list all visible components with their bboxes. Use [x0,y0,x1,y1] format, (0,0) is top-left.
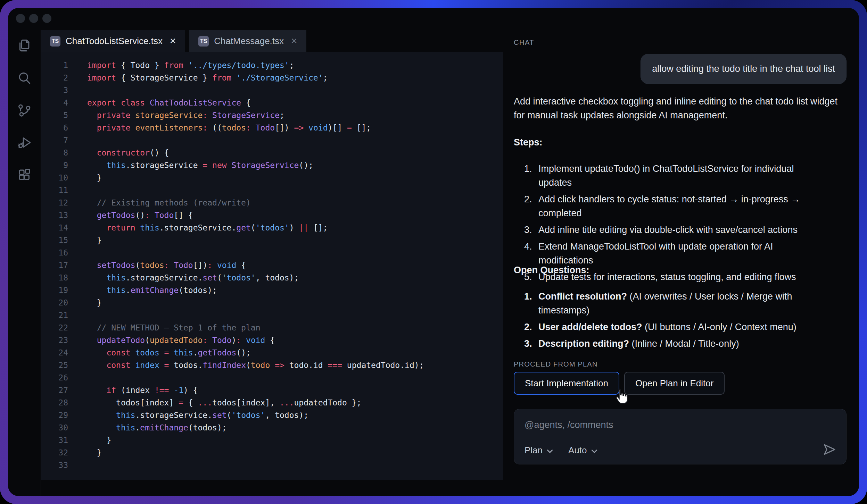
code-line: 25 const index = todos.findIndex(todo =>… [41,359,503,371]
source-control-icon[interactable] [17,103,32,118]
line-number: 27 [41,384,68,396]
close-icon[interactable]: ✕ [291,36,297,46]
line-number: 30 [41,421,68,434]
step-item: 2.Add click handlers to cycle status: no… [524,192,823,220]
search-icon[interactable] [17,70,32,86]
proceed-from-plan-label: PROCEED FROM PLAN [514,360,598,368]
line-number: 25 [41,359,68,371]
composer-placeholder: @agents, /comments [525,420,613,430]
start-implementation-button[interactable]: Start Implementation [514,372,619,395]
mode-dropdown[interactable]: Plan [525,445,553,456]
code-line: 22 // NEW METHOD — Step 1 of the plan [41,321,503,334]
line-number: 18 [41,271,68,284]
line-number: 29 [41,409,68,421]
line-number: 26 [41,371,68,384]
traffic-light-minimize[interactable] [29,14,38,23]
code-line: 24 const todos = this.getTodos(); [41,346,503,359]
line-number: 13 [41,209,68,221]
open-question-item: 2.User add/delete todos? (UI buttons / A… [524,320,823,334]
code-line: 17 setTodos(todos: Todo[]): void { [41,259,503,271]
files-icon[interactable] [17,38,32,53]
code-line: 18 this.storageService.set('todos', todo… [41,271,503,284]
code-line: 33 [41,459,503,471]
open-plan-in-editor-button[interactable]: Open Plan in Editor [624,372,725,395]
code-line: 21 [41,309,503,321]
line-number: 28 [41,396,68,409]
line-number: 32 [41,446,68,459]
line-number: 20 [41,296,68,309]
assistant-intro: Add interactive checkbox toggling and in… [514,94,840,122]
plan-action-buttons: Start Implementation Open Plan in Editor [514,372,725,395]
code-line: 32 } [41,446,503,459]
code-line: 20 } [41,296,503,309]
code-line: 8 constructor() { [41,146,503,159]
line-number: 21 [41,309,68,321]
chat-panel-title: CHAT [514,39,534,47]
line-number: 23 [41,334,68,346]
open-question-item: 1.Conflict resolution? (AI overwrites / … [524,289,823,317]
send-icon[interactable] [823,443,836,456]
model-dropdown-label: Auto [568,445,587,456]
line-number: 15 [41,234,68,246]
activity-bar [8,30,41,496]
code-line: 4export class ChatTodoListService { [41,96,503,109]
step-item: 1.Implement updateTodo() in ChatTodoList… [524,162,823,190]
composer-controls: Plan Auto [525,445,597,456]
code-line: 29 this.storageService.set('todos', todo… [41,409,503,421]
code-line: 6 private eventListeners: ((todos: Todo[… [41,121,503,134]
line-number: 24 [41,346,68,359]
window-frame: TSChatTodoListService.tsx✕TSChatMessage.… [0,0,867,504]
chat-panel: CHAT allow editing the todo title in the… [503,30,859,496]
mode-dropdown-label: Plan [525,445,543,456]
code-line: 7 [41,134,503,146]
code-line: 2import { StorageService } from './Stora… [41,72,503,84]
traffic-light-close[interactable] [16,14,25,23]
code-line: 3 [41,84,503,96]
code-line: 19 this.emitChange(todos); [41,284,503,296]
line-number: 6 [41,121,68,134]
line-number: 9 [41,159,68,171]
tab-ChatTodoListService.tsx[interactable]: TSChatTodoListService.tsx✕ [41,30,185,52]
line-number: 3 [41,84,68,96]
titlebar [8,8,859,30]
line-number: 8 [41,146,68,159]
steps-title: Steps: [514,137,543,148]
traffic-light-zoom[interactable] [42,14,51,23]
code-line: 12 // Existing methods (read/write) [41,196,503,209]
run-debug-icon[interactable] [17,135,32,150]
line-number: 7 [41,134,68,146]
open-question-item: 3.Description editing? (Inline / Modal /… [524,337,823,351]
step-item: 3.Add inline title editing via double-cl… [524,223,823,237]
code-editor[interactable]: 1import { Todo } from '../types/todo.typ… [41,52,503,480]
line-number: 33 [41,459,68,471]
editor-column: TSChatTodoListService.tsx✕TSChatMessage.… [41,30,503,496]
line-number: 16 [41,246,68,259]
typescript-file-icon: TS [198,36,209,47]
code-line: 16 [41,246,503,259]
line-number: 1 [41,59,68,72]
code-line: 10 } [41,171,503,184]
close-icon[interactable]: ✕ [170,36,176,46]
main-row: TSChatTodoListService.tsx✕TSChatMessage.… [8,30,859,496]
extensions-icon[interactable] [17,167,32,183]
code-line: 11 [41,184,503,196]
code-line: 5 private storageService: StorageService… [41,109,503,121]
code-line: 9 this.storageService = new StorageServi… [41,159,503,171]
open-questions-title: Open Questions: [514,265,589,276]
chevron-down-icon [547,445,553,456]
tab-label: ChatTodoListService.tsx [66,36,163,47]
code-line: 14 return this.storageService.get('todos… [41,221,503,234]
step-item: 4.Extend ManageTodoListTool with update … [524,240,823,267]
open-questions-list: 1.Conflict resolution? (AI overwrites / … [524,289,823,353]
tab-label: ChatMessage.tsx [214,36,284,47]
tab-ChatMessage.tsx[interactable]: TSChatMessage.tsx✕ [189,30,306,52]
model-dropdown[interactable]: Auto [568,445,597,456]
chat-composer[interactable]: @agents, /comments Plan Auto [514,409,847,464]
line-number: 2 [41,72,68,84]
code-line: 26 [41,371,503,384]
code-line: 30 this.emitChange(todos); [41,421,503,434]
user-message-bubble: allow editing the todo title in the chat… [641,54,847,84]
app-window: TSChatTodoListService.tsx✕TSChatMessage.… [8,8,859,496]
line-number: 14 [41,221,68,234]
typescript-file-icon: TS [50,36,60,47]
